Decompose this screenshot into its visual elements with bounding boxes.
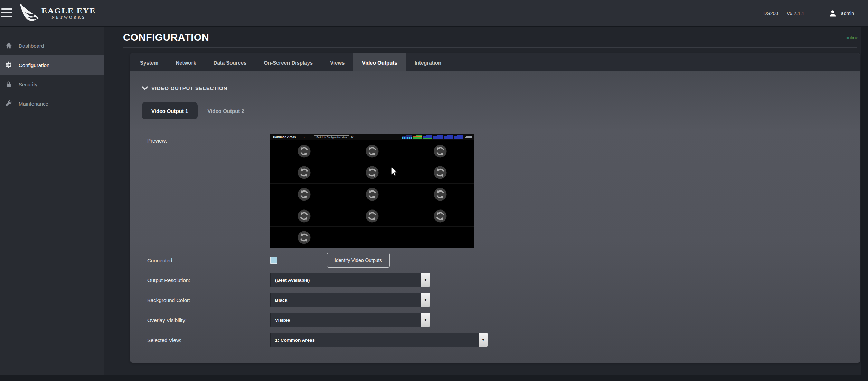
camera-tile [406,162,474,184]
device-model: DS200 [763,11,778,16]
section-video-output-selection[interactable]: VIDEO OUTPUT SELECTION [142,85,860,91]
background-color-select[interactable]: Black▼ [270,293,430,307]
system-metric-chip [433,135,443,139]
loading-spinner-icon [365,166,379,179]
sidebar-item-label: Configuration [19,62,49,68]
camera-tile [270,162,338,184]
selected-value: 1: Common Areas [275,338,315,343]
sidebar-item-label: Maintenance [19,101,48,107]
section-divider [130,125,860,125]
camera-tile [406,140,474,162]
loading-spinner-icon [365,144,379,158]
tab-video-outputs[interactable]: Video Outputs [353,53,406,71]
camera-tile [270,140,338,162]
camera-tile [338,140,406,162]
mouse-cursor-icon [389,167,399,177]
brand-subtitle: NETWORKS [41,15,96,20]
selected-value: Visible [275,318,290,323]
select-arrow-button[interactable]: ▼ [421,313,430,327]
sidebar-item-security[interactable]: Security [0,75,104,94]
firmware-version: v6.2.1.1 [787,11,804,16]
output-settings-form: Output Resolution:(Best Available)▼Backg… [142,273,860,347]
loading-spinner-icon [297,209,311,223]
select-arrow-button[interactable]: ▼ [421,293,430,307]
camera-tile [406,227,474,248]
wrench-icon [5,100,12,107]
system-metric-chip [454,135,463,139]
chevron-down-icon [142,86,148,91]
selected-view-select[interactable]: 1: Common Areas▼ [270,333,488,347]
loading-spinner-icon [365,187,379,201]
sidebar-item-configuration[interactable]: Configuration [0,55,104,75]
tab-data-sources[interactable]: Data Sources [205,53,255,71]
preview-row: Preview: Common Areas ▾ Switch to Config… [147,134,860,248]
preview-view-dropdown-caret-icon[interactable]: ▾ [303,136,305,139]
loading-spinner-icon [297,166,311,179]
lock-icon [5,80,12,88]
sidebar-item-dashboard[interactable]: Dashboard [0,36,104,55]
loading-spinner-icon [433,209,447,223]
eagle-logo-icon [18,2,41,23]
form-row: Overlay Visibility:Visible▼ [147,313,860,327]
system-metric-chip [413,135,422,139]
loading-spinner-icon [297,144,311,158]
main-content: CONFIGURATION online SystemNetworkData S… [104,27,861,375]
connected-label: Connected: [147,257,270,263]
loading-spinner-icon [297,187,311,201]
output-resolution-select[interactable]: (Best Available)▼ [270,273,430,287]
status-badge: online [846,35,858,40]
field-label: Output Resolution: [147,277,270,283]
overlay-visibility-select[interactable]: Visible▼ [270,313,430,327]
username-label[interactable]: admin [841,11,854,16]
tab-system[interactable]: System [131,53,167,71]
connected-row: Connected: Identify Video Outputs [147,252,860,268]
system-metrics-strip [401,135,473,139]
form-row: Output Resolution:(Best Available)▼ [147,273,860,287]
preview-label: Preview: [147,134,270,248]
hamburger-menu-icon[interactable] [1,8,13,18]
tab-video-output-2[interactable]: Video Output 2 [198,102,254,119]
eagle-eye-logo: EAGLE EYE NETWORKS [18,2,96,23]
video-output-switcher: Video Output 1Video Output 2 [142,102,860,119]
select-arrow-button[interactable]: ▼ [421,273,430,287]
brand-name: EAGLE EYE [41,6,96,15]
selected-value: (Best Available) [275,277,310,283]
camera-tile [406,205,474,227]
tab-video-output-1[interactable]: Video Output 1 [142,102,198,119]
tab-on-screen-displays[interactable]: On-Screen Displays [255,53,321,71]
system-metric-chip [444,135,453,139]
sidebar-nav: DashboardConfigurationSecurityMaintenanc… [0,27,104,375]
camera-tile [338,227,406,248]
preview-gear-icon[interactable]: ⚙ [351,135,354,139]
select-arrow-button[interactable]: ▼ [479,333,488,347]
tab-integration[interactable]: Integration [406,53,450,71]
loading-spinner-icon [297,231,311,244]
camera-tile [338,184,406,205]
page-title: CONFIGURATION [123,32,209,43]
video-output-preview: Common Areas ▾ Switch to Configuration V… [270,134,474,248]
clock-readout [465,136,472,138]
camera-tile [270,205,338,227]
system-metric-chip [423,135,432,139]
sidebar-item-maintenance[interactable]: Maintenance [0,94,104,113]
sidebar-item-label: Dashboard [19,43,44,49]
preview-toolbar: Common Areas ▾ Switch to Configuration V… [270,134,474,140]
gear-icon [5,61,12,69]
camera-tile [406,184,474,205]
home-icon [5,42,12,49]
camera-tile-grid [270,140,474,248]
user-icon [829,9,837,18]
top-header-bar: EAGLE EYE NETWORKS DS200 v6.2.1.1 admin [0,0,868,27]
configuration-panel: SystemNetworkData SourcesOn-Screen Displ… [130,53,860,363]
loading-spinner-icon [433,166,447,179]
tab-views[interactable]: Views [321,53,353,71]
preview-view-name[interactable]: Common Areas [273,135,296,139]
field-label: Selected View: [147,337,270,343]
connected-checkbox[interactable] [270,257,277,264]
field-label: Overlay Visibility: [147,317,270,323]
switch-to-configuration-view-button[interactable]: Switch to Configuration View [314,135,349,139]
form-row: Background Color:Black▼ [147,293,860,307]
tab-network[interactable]: Network [167,53,205,71]
identify-video-outputs-button[interactable]: Identify Video Outputs [327,253,390,268]
loading-spinner-icon [433,144,447,158]
